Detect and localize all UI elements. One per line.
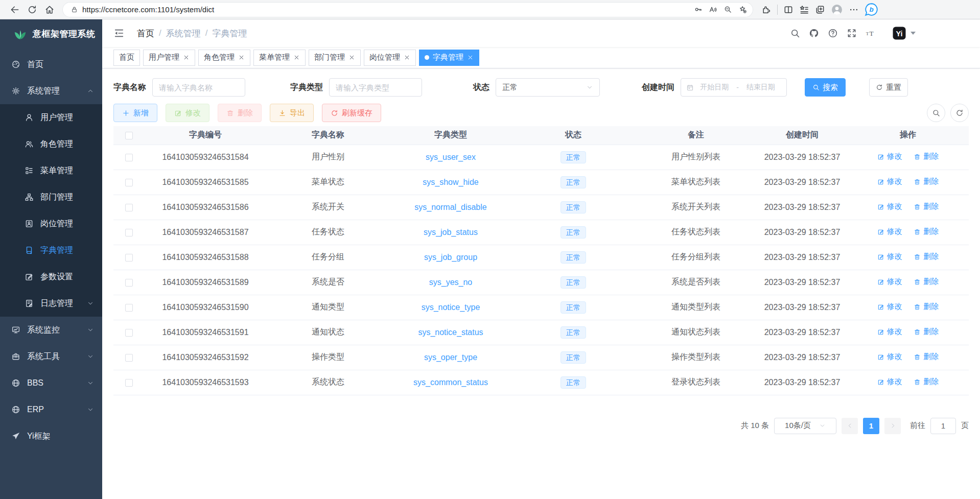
saved-password-key-icon[interactable]	[694, 5, 703, 14]
dict-type-link[interactable]: sys_notice_type	[422, 303, 480, 312]
dict-type-link[interactable]: sys_common_status	[413, 378, 488, 387]
breadcrumb-home[interactable]: 首页	[137, 28, 154, 39]
dict-type-link[interactable]: sys_normal_disable	[414, 203, 486, 211]
row-checkbox[interactable]	[125, 154, 133, 161]
address-bar[interactable]: https://ccnetcore.com:1101/system/dict	[62, 2, 753, 17]
row-edit-button[interactable]: 修改	[877, 302, 902, 312]
refresh-cache-button[interactable]: 刷新缓存	[322, 104, 381, 122]
row-checkbox[interactable]	[125, 254, 133, 262]
view-tab[interactable]: 首页	[113, 50, 140, 66]
view-tab[interactable]: 字典管理	[419, 50, 479, 66]
row-edit-button[interactable]: 修改	[877, 327, 902, 337]
row-delete-button[interactable]: 删除	[914, 152, 939, 161]
close-icon[interactable]	[238, 54, 245, 61]
sidebar-item[interactable]: 首页	[0, 51, 102, 78]
sidebar-item[interactable]: 系统管理	[0, 78, 102, 104]
view-tab[interactable]: 部门管理	[309, 50, 361, 66]
sidebar-item[interactable]: 参数设置	[0, 264, 102, 290]
split-screen-icon[interactable]	[783, 5, 794, 15]
close-icon[interactable]	[404, 54, 410, 61]
help-button[interactable]	[827, 27, 839, 39]
bing-chat-icon[interactable]	[865, 3, 878, 16]
favorites-icon[interactable]	[799, 5, 809, 15]
dict-type-link[interactable]: sys_yes_no	[429, 278, 473, 287]
browser-profile-avatar[interactable]	[831, 4, 843, 16]
collections-icon[interactable]	[815, 5, 825, 15]
add-favorite-star-icon[interactable]	[738, 5, 747, 14]
sidebar-item[interactable]: 字典管理	[0, 237, 102, 264]
dict-name-input[interactable]	[152, 78, 245, 97]
row-checkbox[interactable]	[125, 354, 133, 362]
row-checkbox[interactable]	[125, 379, 133, 387]
page-size-select[interactable]: 10条/页	[774, 418, 836, 434]
row-checkbox[interactable]	[125, 204, 133, 211]
close-icon[interactable]	[348, 54, 355, 61]
row-checkbox[interactable]	[125, 229, 133, 236]
browser-back-button[interactable]	[6, 2, 24, 18]
refresh-table-button[interactable]	[950, 104, 969, 122]
dict-type-link[interactable]: sys_user_sex	[426, 153, 476, 161]
sidebar-item[interactable]: 部门管理	[0, 184, 102, 210]
close-icon[interactable]	[183, 54, 190, 61]
browser-home-button[interactable]	[41, 2, 58, 18]
row-edit-button[interactable]: 修改	[877, 177, 902, 186]
row-delete-button[interactable]: 删除	[914, 302, 939, 312]
row-checkbox[interactable]	[125, 329, 133, 337]
row-edit-button[interactable]: 修改	[877, 277, 902, 287]
row-edit-button[interactable]: 修改	[877, 377, 902, 387]
row-delete-button[interactable]: 删除	[914, 252, 939, 262]
view-tab[interactable]: 岗位管理	[364, 50, 416, 66]
extensions-icon[interactable]	[761, 5, 772, 15]
sidebar-item[interactable]: 菜单管理	[0, 157, 102, 184]
add-button[interactable]: 新增	[113, 104, 157, 122]
dict-type-input[interactable]	[329, 78, 422, 97]
view-tab[interactable]: 用户管理	[143, 50, 195, 66]
read-aloud-icon[interactable]	[709, 5, 717, 14]
collapse-sidebar-button[interactable]	[113, 26, 128, 40]
row-delete-button[interactable]: 删除	[914, 177, 939, 186]
row-edit-button[interactable]: 修改	[877, 152, 902, 161]
edit-button[interactable]: 修改	[166, 104, 209, 122]
row-checkbox[interactable]	[125, 279, 133, 287]
zoom-out-icon[interactable]	[724, 5, 732, 14]
sidebar-item[interactable]: BBS	[0, 370, 102, 396]
row-edit-button[interactable]: 修改	[877, 352, 902, 362]
row-edit-button[interactable]: 修改	[877, 202, 902, 211]
current-page[interactable]: 1	[863, 418, 879, 434]
browser-reload-button[interactable]	[24, 2, 41, 18]
sidebar-item[interactable]: 岗位管理	[0, 210, 102, 237]
fullscreen-button[interactable]	[846, 27, 858, 39]
reset-button[interactable]: 重置	[869, 78, 908, 97]
sidebar-item[interactable]: ERP	[0, 396, 102, 423]
dict-type-link[interactable]: sys_notice_status	[418, 328, 483, 337]
row-delete-button[interactable]: 删除	[914, 377, 939, 387]
row-checkbox[interactable]	[125, 304, 133, 312]
font-size-button[interactable]	[865, 27, 877, 39]
export-button[interactable]: 导出	[270, 104, 314, 122]
sidebar-item[interactable]: 角色管理	[0, 131, 102, 157]
user-avatar-menu[interactable]	[892, 26, 916, 41]
date-range-picker[interactable]: 开始日期 - 结束日期	[681, 78, 787, 97]
dict-type-link[interactable]: sys_job_group	[424, 253, 477, 262]
row-delete-button[interactable]: 删除	[914, 202, 939, 211]
row-checkbox[interactable]	[125, 179, 133, 186]
row-delete-button[interactable]: 删除	[914, 277, 939, 287]
sidebar-item[interactable]: 用户管理	[0, 104, 102, 131]
row-edit-button[interactable]: 修改	[877, 252, 902, 262]
view-tab[interactable]: 菜单管理	[253, 50, 306, 66]
show-search-toggle-button[interactable]	[927, 104, 945, 122]
sidebar-item[interactable]: 系统监控	[0, 317, 102, 343]
select-all-checkbox[interactable]	[125, 132, 133, 139]
github-link-button[interactable]	[808, 27, 820, 39]
row-delete-button[interactable]: 删除	[914, 352, 939, 362]
sidebar-item[interactable]: Yi框架	[0, 423, 102, 449]
dict-type-link[interactable]: sys_oper_type	[424, 353, 477, 362]
header-search-button[interactable]	[789, 27, 801, 39]
goto-page-input[interactable]	[930, 418, 956, 434]
dict-type-link[interactable]: sys_job_status	[424, 228, 478, 236]
row-edit-button[interactable]: 修改	[877, 227, 902, 236]
row-delete-button[interactable]: 删除	[914, 327, 939, 337]
next-page-button[interactable]	[884, 418, 901, 434]
delete-button[interactable]: 删除	[218, 104, 262, 122]
prev-page-button[interactable]	[842, 418, 858, 434]
